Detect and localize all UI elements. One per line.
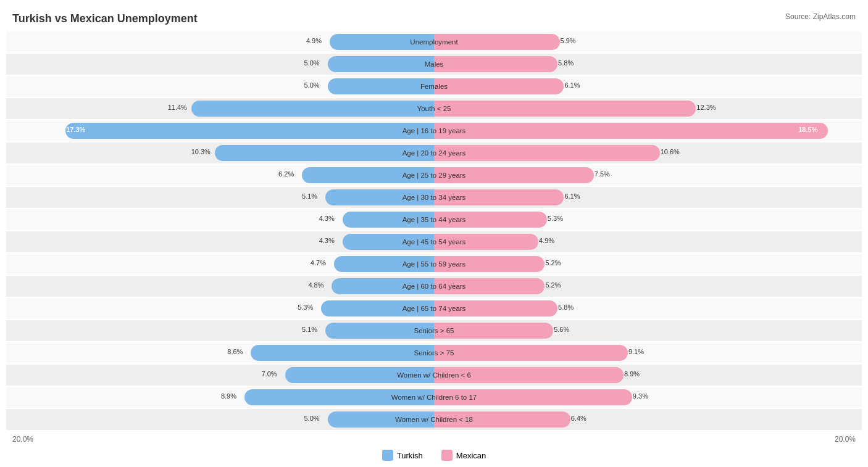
val-left: 5.1%: [302, 192, 317, 200]
bar-right: [434, 256, 545, 272]
bar-left: [328, 411, 435, 428]
bar-right: [434, 300, 557, 316]
turkish-label: Turkish: [397, 451, 423, 460]
val-left: 4.7%: [311, 259, 326, 267]
val-right: 10.6%: [661, 148, 680, 155]
chart-area: Unemployment4.9%5.9%Males5.0%5.8%Females…: [6, 31, 862, 430]
val-left: 4.3%: [319, 215, 335, 222]
val-left: 5.3%: [298, 304, 313, 311]
chart-row: Women w/ Children < 185.0%6.4%: [6, 409, 862, 430]
bar-right: [434, 323, 553, 339]
bar-left: [321, 300, 434, 316]
bar-left: [328, 56, 435, 72]
val-right: 4.9%: [539, 237, 554, 244]
axis-left-label: 20.0%: [12, 435, 33, 444]
chart-title: Turkish vs Mexican Unemployment: [6, 12, 862, 25]
chart-row: Age | 20 to 24 years10.3%10.6%: [6, 143, 862, 163]
bar-left: [332, 278, 434, 294]
bar-right: [434, 367, 624, 383]
val-right: 5.8%: [558, 304, 574, 311]
bar-left: [285, 367, 435, 383]
val-left: 17.3%: [66, 126, 85, 133]
source-text: Source: ZipAtlas.com: [785, 12, 856, 21]
bar-left: [215, 145, 434, 161]
val-left: 11.4%: [168, 104, 187, 111]
bar-right: [434, 234, 538, 250]
val-left: 6.2%: [278, 170, 294, 178]
chart-row: Youth < 2511.4%12.3%: [6, 98, 862, 119]
bar-right: [434, 34, 560, 50]
chart-row: Age | 16 to 19 years17.3%18.5%: [6, 120, 862, 141]
val-left: 5.0%: [304, 415, 320, 422]
bar-left: [325, 189, 434, 205]
val-left: 8.6%: [227, 348, 243, 355]
chart-row: Age | 45 to 54 years4.3%4.9%: [6, 231, 862, 252]
bar-left: [244, 389, 434, 405]
val-right: 18.5%: [798, 126, 817, 133]
legend: Turkish Mexican: [6, 450, 862, 461]
legend-mexican: Mexican: [441, 450, 486, 461]
bar-left: [334, 256, 434, 272]
axis-right-label: 20.0%: [835, 435, 856, 444]
chart-row: Age | 25 to 29 years6.2%7.5%: [6, 165, 862, 186]
bar-left: [343, 212, 434, 228]
chart-container: Turkish vs Mexican Unemployment Source: …: [0, 0, 868, 467]
bar-right: [434, 278, 545, 294]
bar-right: [434, 145, 660, 161]
bar-left: [325, 323, 434, 339]
val-right: 5.2%: [545, 259, 561, 267]
legend-turkish: Turkish: [382, 450, 423, 461]
bar-right: [434, 212, 547, 228]
val-right: 9.3%: [633, 392, 648, 400]
chart-row: Females5.0%6.1%: [6, 76, 862, 97]
val-left: 7.0%: [262, 370, 277, 378]
mexican-color-swatch: [441, 450, 453, 461]
val-right: 5.8%: [558, 59, 574, 67]
bar-right: [434, 389, 632, 405]
val-right: 5.3%: [548, 215, 563, 222]
bar-right: [434, 123, 828, 139]
bar-left: [302, 167, 434, 183]
val-right: 6.4%: [571, 415, 586, 422]
bar-right: [434, 189, 564, 205]
bar-right: [434, 167, 594, 183]
val-right: 5.2%: [545, 281, 561, 289]
chart-row: Age | 65 to 74 years5.3%5.8%: [6, 298, 862, 319]
chart-row: Age | 60 to 64 years4.8%5.2%: [6, 276, 862, 297]
axis-labels: 20.0% 20.0%: [6, 435, 862, 444]
val-left: 8.9%: [221, 392, 236, 400]
val-right: 5.9%: [561, 37, 576, 44]
chart-row: Unemployment4.9%5.9%: [6, 31, 862, 52]
chart-row: Males5.0%5.8%: [6, 54, 862, 75]
bar-left: [328, 78, 435, 94]
val-right: 8.9%: [624, 370, 640, 378]
val-right: 12.3%: [696, 104, 716, 111]
bar-left: [65, 123, 434, 139]
val-left: 5.0%: [304, 59, 320, 67]
val-left: 10.3%: [191, 148, 211, 155]
bar-right: [434, 411, 570, 428]
val-left: 5.1%: [302, 326, 317, 333]
bar-right: [434, 345, 628, 361]
bar-right: [434, 78, 564, 94]
chart-row: Age | 55 to 59 years4.7%5.2%: [6, 254, 862, 275]
chart-row: Age | 35 to 44 years4.3%5.3%: [6, 209, 862, 230]
val-right: 6.1%: [564, 81, 580, 89]
bar-left: [330, 34, 434, 50]
val-right: 7.5%: [595, 170, 610, 178]
chart-row: Seniors > 655.1%5.6%: [6, 320, 862, 341]
chart-row: Women w/ Children < 67.0%8.9%: [6, 365, 862, 386]
val-right: 5.6%: [554, 326, 569, 333]
val-left: 5.0%: [304, 81, 320, 89]
mexican-label: Mexican: [456, 451, 486, 460]
bar-right: [434, 56, 557, 72]
val-left: 4.8%: [308, 281, 323, 289]
val-left: 4.3%: [319, 237, 335, 244]
turkish-color-swatch: [382, 450, 393, 461]
val-left: 4.9%: [306, 37, 322, 44]
bar-left: [251, 345, 434, 361]
bar-right: [434, 101, 696, 117]
val-right: 6.1%: [564, 192, 580, 200]
chart-row: Age | 30 to 34 years5.1%6.1%: [6, 187, 862, 208]
bar-left: [191, 101, 434, 117]
